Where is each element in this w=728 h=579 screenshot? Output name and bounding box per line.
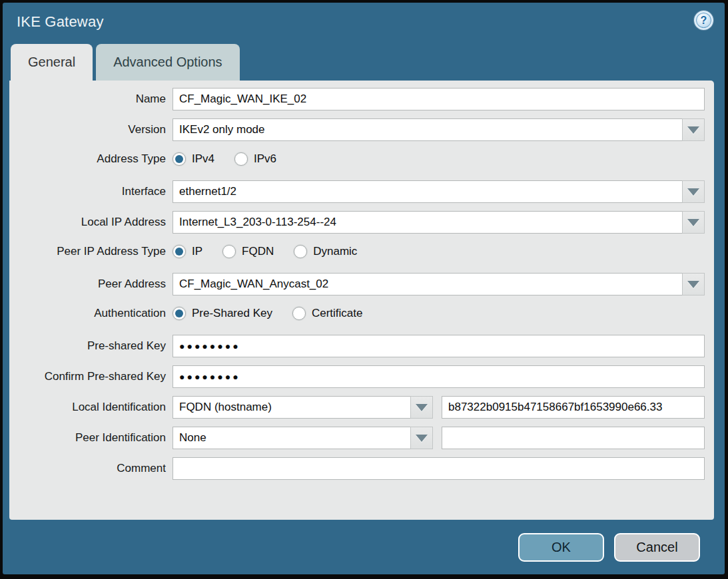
- address-type-ipv6-label: IPv6: [254, 152, 276, 166]
- dialog-frame: IKE Gateway ? General Advanced Options N…: [0, 0, 728, 579]
- form-row-peer-identification: Peer Identification: [9, 427, 705, 449]
- peer-address-combo: [173, 273, 705, 295]
- chevron-down-icon: [687, 188, 699, 196]
- address-type-ipv4-label: IPv4: [192, 152, 214, 166]
- address-type-ipv4-option[interactable]: IPv4: [173, 152, 214, 166]
- form-row-local-ip-address: Local IP Address: [9, 211, 705, 234]
- name-label: Name: [9, 93, 173, 106]
- form-row-pre-shared-key: Pre-shared Key: [9, 335, 705, 357]
- name-input[interactable]: [173, 88, 705, 110]
- peer-identification-value-input[interactable]: [442, 427, 705, 449]
- version-dropdown-button[interactable]: [682, 118, 705, 141]
- peer-ip-type-fqdn-label: FQDN: [242, 245, 274, 258]
- title-bar: IKE Gateway ?: [3, 3, 725, 44]
- interface-dropdown-button[interactable]: [682, 180, 705, 203]
- form-row-address-type: Address Type IPv4 IPv6: [9, 149, 705, 169]
- auth-certificate-option[interactable]: Certificate: [292, 307, 363, 320]
- chevron-down-icon: [416, 404, 428, 411]
- form-row-confirm-pre-shared-key: Confirm Pre-shared Key: [9, 365, 705, 388]
- peer-ip-type-fqdn-option[interactable]: FQDN: [222, 245, 274, 258]
- ok-button[interactable]: OK: [518, 533, 604, 562]
- version-input[interactable]: [173, 118, 683, 141]
- peer-ip-type-dynamic-option[interactable]: Dynamic: [294, 245, 357, 258]
- tab-general[interactable]: General: [11, 44, 93, 81]
- auth-pre-shared-key-label: Pre-Shared Key: [192, 307, 272, 320]
- address-type-label: Address Type: [9, 152, 173, 166]
- peer-address-input[interactable]: [173, 273, 683, 295]
- local-ip-address-label: Local IP Address: [9, 216, 173, 229]
- radio-unchecked-icon[interactable]: [294, 245, 307, 258]
- peer-address-label: Peer Address: [9, 278, 173, 291]
- chevron-down-icon: [687, 281, 699, 288]
- interface-input[interactable]: [173, 180, 683, 203]
- local-identification-type-combo: [173, 396, 433, 419]
- general-tab-panel: Name Version Address Type: [9, 81, 714, 520]
- local-identification-value-input[interactable]: [442, 396, 705, 419]
- peer-identification-label: Peer Identification: [9, 431, 173, 445]
- radio-checked-icon[interactable]: [173, 245, 186, 258]
- auth-certificate-label: Certificate: [312, 307, 363, 320]
- confirm-pre-shared-key-label: Confirm Pre-shared Key: [9, 370, 173, 383]
- tab-advanced-options[interactable]: Advanced Options: [96, 44, 239, 81]
- local-identification-type-input[interactable]: [173, 396, 411, 419]
- interface-combo: [173, 180, 705, 203]
- chevron-down-icon: [687, 126, 699, 134]
- local-ip-address-dropdown-button[interactable]: [682, 211, 705, 234]
- peer-ip-type-ip-label: IP: [192, 245, 202, 258]
- address-type-ipv6-option[interactable]: IPv6: [234, 152, 276, 166]
- dialog-title: IKE Gateway: [17, 13, 104, 30]
- form-row-comment: Comment: [9, 457, 705, 480]
- local-ip-address-combo: [173, 211, 705, 234]
- pre-shared-key-input[interactable]: [173, 335, 705, 357]
- peer-ip-address-type-label: Peer IP Address Type: [9, 245, 173, 258]
- local-ip-address-input[interactable]: [173, 211, 683, 234]
- version-combo: [173, 118, 705, 141]
- radio-unchecked-icon[interactable]: [222, 245, 236, 258]
- local-identification-label: Local Identification: [9, 401, 173, 414]
- interface-label: Interface: [9, 185, 173, 198]
- chevron-down-icon: [687, 219, 699, 226]
- radio-checked-icon[interactable]: [173, 307, 186, 320]
- ike-gateway-dialog: IKE Gateway ? General Advanced Options N…: [3, 3, 725, 574]
- local-identification-dropdown-button[interactable]: [410, 396, 433, 419]
- comment-label: Comment: [9, 462, 173, 475]
- peer-identification-dropdown-button[interactable]: [410, 427, 433, 449]
- help-icon[interactable]: ?: [694, 11, 713, 30]
- form-row-peer-ip-address-type: Peer IP Address Type IP FQDN Dynamic: [9, 242, 705, 262]
- peer-ip-type-dynamic-label: Dynamic: [313, 245, 357, 258]
- form-row-interface: Interface: [9, 180, 705, 203]
- peer-ip-type-ip-option[interactable]: IP: [173, 245, 202, 258]
- auth-pre-shared-key-option[interactable]: Pre-Shared Key: [173, 307, 272, 320]
- dialog-footer: OK Cancel: [3, 520, 725, 574]
- pre-shared-key-label: Pre-shared Key: [9, 339, 173, 353]
- peer-identification-type-input[interactable]: [173, 427, 411, 449]
- tab-strip: General Advanced Options: [3, 44, 725, 81]
- form-row-peer-address: Peer Address: [9, 273, 705, 295]
- form-row-version: Version: [9, 118, 705, 141]
- confirm-pre-shared-key-input[interactable]: [173, 365, 705, 388]
- form-row-name: Name: [9, 88, 705, 110]
- chevron-down-icon: [416, 435, 428, 442]
- authentication-label: Authentication: [9, 307, 173, 320]
- radio-unchecked-icon[interactable]: [292, 307, 306, 320]
- version-label: Version: [9, 123, 173, 136]
- form-row-authentication: Authentication Pre-Shared Key Certificat…: [9, 303, 705, 323]
- peer-identification-type-combo: [173, 427, 433, 449]
- peer-address-dropdown-button[interactable]: [682, 273, 705, 295]
- cancel-button[interactable]: Cancel: [614, 533, 700, 562]
- comment-input[interactable]: [173, 457, 705, 480]
- radio-unchecked-icon[interactable]: [234, 152, 248, 166]
- radio-checked-icon[interactable]: [173, 152, 186, 166]
- form-row-local-identification: Local Identification: [9, 396, 705, 419]
